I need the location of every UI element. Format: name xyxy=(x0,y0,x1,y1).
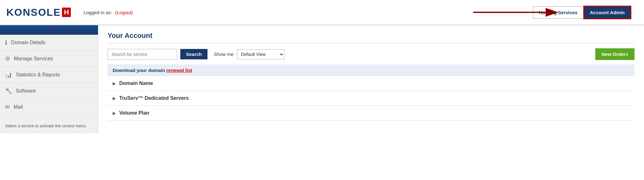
gear-icon: ⚙ xyxy=(5,55,10,62)
new-order-button[interactable]: New Order» xyxy=(595,48,635,60)
accordion-label-truserv: TruServ™ Dedicated Servers xyxy=(119,95,189,101)
chevron-right-icon: ▶ xyxy=(113,81,116,86)
sidebar-container: ℹ Domain Details ⚙ Manage Services 📊 Sta… xyxy=(0,25,98,171)
search-button[interactable]: Search xyxy=(180,49,207,59)
renewal-text: Download your domain xyxy=(113,68,166,73)
renewal-link[interactable]: renewal list xyxy=(166,68,192,73)
accordion: ▶ Domain Name ▶ TruServ™ Dedicated Serve… xyxy=(108,76,635,121)
logo-text: KONSOLE xyxy=(6,7,61,18)
sidebar-footer: Select a service to activate the control… xyxy=(0,118,98,133)
sidebar-item-mail[interactable]: ✉ Mail xyxy=(0,99,98,115)
sidebar-top-bar xyxy=(0,25,98,35)
view-select[interactable]: Default View All Services Active Only xyxy=(237,49,284,59)
sidebar-item-domain-details[interactable]: ℹ Domain Details xyxy=(0,35,98,51)
accordion-label-volume-plan: Volume Plan xyxy=(119,110,149,116)
accordion-item-volume-plan[interactable]: ▶ Volume Plan xyxy=(108,106,635,121)
sidebar-label-statistics-reports: Statistics & Reports xyxy=(16,72,60,78)
logged-in-area: Logged in as: (Logout) xyxy=(84,10,133,15)
sidebar-item-statistics-reports[interactable]: 📊 Statistics & Reports xyxy=(0,67,98,83)
info-icon: ℹ xyxy=(5,39,7,46)
search-bar: Search Show me Default View All Services… xyxy=(108,48,635,60)
sidebar-label-domain-details: Domain Details xyxy=(11,40,45,45)
chart-icon: 📊 xyxy=(5,71,12,78)
accordion-item-domain-name[interactable]: ▶ Domain Name xyxy=(108,76,635,91)
logo-area: KONSOLE H xyxy=(6,7,71,18)
sidebar-label-software: Software xyxy=(16,88,36,94)
arrow-icon xyxy=(473,6,562,19)
mail-icon: ✉ xyxy=(5,104,10,111)
wrench-icon: 🔧 xyxy=(5,87,12,94)
sidebar-item-manage-services[interactable]: ⚙ Manage Services xyxy=(0,51,98,67)
show-me-label: Show me xyxy=(214,51,234,57)
sidebar-label-mail: Mail xyxy=(14,104,23,110)
account-admin-button[interactable]: Account Admin xyxy=(583,6,631,19)
arrow-area: Hosting Services Account Admin xyxy=(133,6,638,19)
chevron-right-icon-2: ▶ xyxy=(113,96,116,101)
logo-box: H xyxy=(62,8,71,17)
accordion-label-domain-name: Domain Name xyxy=(119,81,153,86)
chevron-right-icon-3: ▶ xyxy=(113,111,116,116)
renewal-notice: Download your domain renewal list xyxy=(108,64,635,76)
header: KONSOLE H Logged in as: (Logout) Hosting… xyxy=(0,0,644,25)
logged-in-label: Logged in as: xyxy=(84,10,112,15)
accordion-item-truserv[interactable]: ▶ TruServ™ Dedicated Servers xyxy=(108,91,635,106)
sidebar: ℹ Domain Details ⚙ Manage Services 📊 Sta… xyxy=(0,35,98,133)
sidebar-item-software[interactable]: 🔧 Software xyxy=(0,83,98,99)
content-area: Your Account Search Show me Default View… xyxy=(98,25,644,171)
search-input[interactable] xyxy=(108,49,177,60)
page-title: Your Account xyxy=(108,32,635,43)
logout-link[interactable]: (Logout) xyxy=(115,10,133,15)
sidebar-label-manage-services: Manage Services xyxy=(14,56,53,62)
sidebar-footer-text: Select a service to activate the control… xyxy=(5,123,87,128)
